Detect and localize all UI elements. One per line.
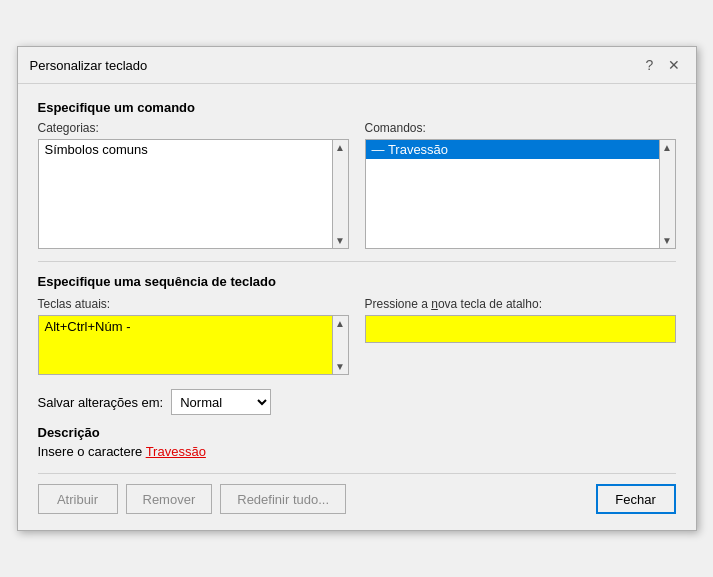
save-label: Salvar alterações em: xyxy=(38,395,164,410)
content-area: Especifique um comando Categorias: Símbo… xyxy=(18,84,696,530)
dialog-title: Personalizar teclado xyxy=(30,58,148,73)
divider xyxy=(38,261,676,262)
save-dropdown-wrapper: Normal xyxy=(171,389,271,415)
dialog: Personalizar teclado ? ✕ Especifique um … xyxy=(17,46,697,531)
save-dropdown[interactable]: Normal xyxy=(171,389,271,415)
categories-listbox[interactable]: Símbolos comuns ▲ ▼ xyxy=(38,139,349,249)
scroll-up-icon[interactable]: ▲ xyxy=(335,142,345,153)
new-key-label: Pressione a nova tecla de atalho: xyxy=(365,297,676,311)
current-keys-listbox[interactable]: Alt+Ctrl+Núm - ▲ ▼ xyxy=(38,315,349,375)
close-button[interactable]: Fechar xyxy=(596,484,676,514)
reset-all-button[interactable]: Redefinir tudo... xyxy=(220,484,346,514)
current-keys-scrollbar: ▲ ▼ xyxy=(332,316,348,374)
button-row: Atribuir Remover Redefinir tudo... Fecha… xyxy=(38,473,676,514)
section2-columns: Teclas atuais: Alt+Ctrl+Núm - ▲ ▼ Pressi… xyxy=(38,297,676,375)
new-key-column: Pressione a nova tecla de atalho: xyxy=(365,297,676,375)
current-keys-column: Teclas atuais: Alt+Ctrl+Núm - ▲ ▼ xyxy=(38,297,349,375)
categories-column: Categorias: Símbolos comuns ▲ ▼ xyxy=(38,121,349,249)
new-key-input[interactable] xyxy=(365,315,676,343)
scroll-down-icon[interactable]: ▼ xyxy=(335,361,345,372)
left-buttons: Atribuir Remover Redefinir tudo... xyxy=(38,484,347,514)
commands-scrollbar: ▲ ▼ xyxy=(659,140,675,248)
description-highlight: Travessão xyxy=(146,444,206,459)
description-title: Descrição xyxy=(38,425,676,440)
title-bar: Personalizar teclado ? ✕ xyxy=(18,47,696,84)
save-row: Salvar alterações em: Normal xyxy=(38,389,676,415)
scroll-up-icon[interactable]: ▲ xyxy=(662,142,672,153)
scroll-down-icon[interactable]: ▼ xyxy=(662,235,672,246)
section2-title: Especifique uma sequência de teclado xyxy=(38,274,676,289)
categories-scrollbar: ▲ ▼ xyxy=(332,140,348,248)
commands-listbox[interactable]: — Travessão ▲ ▼ xyxy=(365,139,676,249)
commands-item[interactable]: — Travessão xyxy=(366,140,675,159)
section1-title: Especifique um comando xyxy=(38,100,676,115)
help-button[interactable]: ? xyxy=(640,55,660,75)
new-key-label-underline: n xyxy=(431,297,438,311)
commands-column: Comandos: — Travessão ▲ ▼ xyxy=(365,121,676,249)
description-text: Insere o caractere Travessão xyxy=(38,444,676,459)
commands-label: Comandos: xyxy=(365,121,676,135)
remove-button[interactable]: Remover xyxy=(126,484,213,514)
title-bar-controls: ? ✕ xyxy=(640,55,684,75)
section1-columns: Categorias: Símbolos comuns ▲ ▼ Comandos… xyxy=(38,121,676,249)
current-keys-label: Teclas atuais: xyxy=(38,297,349,311)
description-before: Insere o caractere xyxy=(38,444,146,459)
categories-label: Categorias: xyxy=(38,121,349,135)
categories-item[interactable]: Símbolos comuns xyxy=(39,140,348,159)
current-keys-value: Alt+Ctrl+Núm - xyxy=(39,316,348,337)
close-button[interactable]: ✕ xyxy=(664,55,684,75)
scroll-up-icon[interactable]: ▲ xyxy=(335,318,345,329)
assign-button[interactable]: Atribuir xyxy=(38,484,118,514)
scroll-down-icon[interactable]: ▼ xyxy=(335,235,345,246)
